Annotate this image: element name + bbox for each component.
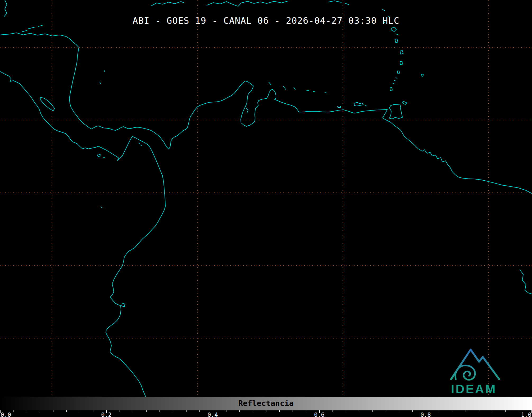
coastline-layer	[0, 0, 532, 397]
coastline-panama-islands	[98, 143, 142, 158]
cyclone-spiral-icon	[455, 365, 475, 380]
image-title: ABI - GOES 19 - CANAL 06 - 2026-04-27 03…	[133, 15, 399, 26]
coastline-puerto-rico-south-coast	[328, 1, 349, 4]
colorbar-axis: 0.00.20.40.60.81.0	[0, 410, 532, 417]
colorbar-tick-label: 0.8	[420, 411, 431, 417]
colorbar-tick-label: 0.4	[207, 411, 218, 417]
coastline-tobago	[402, 101, 407, 104]
colorbar-minor-tick	[505, 410, 506, 412]
coastline-puna-island	[122, 303, 125, 307]
coastline-barbados	[421, 74, 423, 76]
map-svg	[0, 0, 532, 397]
colorbar-minor-tick	[306, 410, 306, 412]
ideam-logo-text: IDEAM	[445, 383, 502, 395]
colorbar-label: Reflectancia	[238, 399, 294, 408]
colorbar-minor-tick	[439, 410, 439, 412]
colorbar-minor-tick	[253, 410, 253, 412]
colorbar-minor-tick	[333, 410, 333, 412]
coastline-malpelo-island	[101, 207, 102, 208]
colorbar-tick-label: 1.0	[521, 411, 531, 417]
coastline-lake-nicaragua	[40, 97, 54, 111]
colorbar-minor-tick	[452, 410, 452, 412]
coastline-hispaniola-south-coast	[207, 1, 288, 6]
colorbar-minor-tick	[479, 410, 479, 412]
coastline-amazon-estuary-fragment	[520, 270, 532, 294]
colorbar-minor-tick	[146, 410, 147, 412]
colorbar-tick-label: 0.6	[314, 411, 325, 417]
colorbar-minor-tick	[199, 410, 200, 412]
coastline-lake-maracaibo-detail	[246, 108, 248, 113]
colorbar-minor-tick	[133, 410, 133, 412]
colorbar-minor-tick	[66, 410, 67, 412]
colorbar-tick-label: 0.0	[1, 411, 11, 417]
coastline-caribbean-south-america-coast	[0, 33, 532, 194]
colorbar-minor-tick	[93, 410, 93, 412]
colorbar-minor-tick	[80, 410, 80, 412]
colorbar-minor-tick	[160, 410, 160, 412]
colorbar-minor-tick	[466, 410, 466, 412]
ideam-logo-emblem	[445, 342, 502, 381]
colorbar: Reflectancia 0.00.20.40.60.81.0	[0, 397, 532, 417]
colorbar-minor-tick	[346, 410, 346, 412]
colorbar-minor-tick	[412, 410, 413, 412]
coastline-venezuelan-islands	[269, 82, 367, 108]
colorbar-minor-tick	[239, 410, 240, 412]
colorbar-minor-tick	[266, 410, 266, 412]
colorbar-minor-tick	[53, 410, 53, 412]
colorbar-minor-tick	[27, 410, 27, 412]
satellite-image-viewer: ABI - GOES 19 - CANAL 06 - 2026-04-27 03…	[0, 0, 532, 417]
colorbar-minor-tick	[40, 410, 40, 412]
colorbar-minor-tick	[13, 410, 13, 412]
coastline-trinidad	[389, 104, 402, 119]
colorbar-minor-tick	[519, 410, 519, 412]
colorbar-minor-tick	[359, 410, 359, 412]
colorbar-tick-label: 0.2	[101, 411, 112, 417]
satellite-map: ABI - GOES 19 - CANAL 06 - 2026-04-27 03…	[0, 0, 532, 397]
graticule-layer	[0, 0, 532, 397]
colorbar-minor-tick	[399, 410, 399, 412]
colorbar-minor-tick	[120, 410, 120, 412]
colorbar-minor-tick	[492, 410, 492, 412]
coastline-san-andres-providencia	[100, 70, 105, 84]
coastline-jamaica-coast	[151, 2, 184, 6]
colorbar-minor-tick	[279, 410, 280, 412]
ideam-logo: IDEAM	[445, 342, 502, 395]
coastline-bay-islands	[22, 25, 42, 32]
colorbar-minor-tick	[372, 410, 373, 412]
colorbar-gradient: Reflectancia	[0, 397, 532, 410]
colorbar-minor-tick	[173, 410, 173, 412]
colorbar-minor-tick	[226, 410, 226, 412]
colorbar-minor-tick	[186, 410, 187, 412]
colorbar-minor-tick	[386, 410, 386, 412]
colorbar-minor-tick	[293, 410, 293, 412]
coastline-belize-coast	[4, 0, 7, 16]
